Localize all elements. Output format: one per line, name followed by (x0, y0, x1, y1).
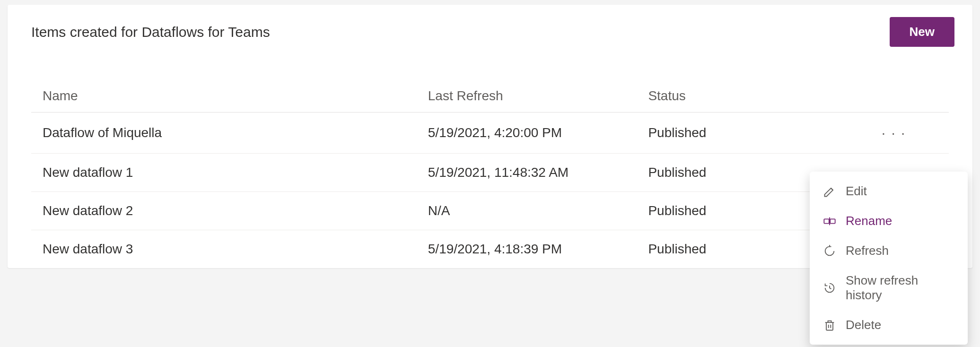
menu-item-history[interactable]: Show refresh history (810, 266, 968, 310)
cell-name: New dataflow 1 (31, 154, 417, 192)
menu-item-label: Rename (846, 214, 892, 228)
menu-item-rename[interactable]: Rename (810, 206, 968, 236)
trash-icon (823, 319, 836, 332)
cell-status: Published (637, 230, 839, 269)
menu-item-label: Refresh (846, 243, 889, 258)
card-header: Items created for Dataflows for Teams Ne… (8, 5, 972, 47)
cell-name: New dataflow 2 (31, 192, 417, 230)
cell-refresh: 5/19/2021, 4:18:39 PM (417, 230, 637, 269)
refresh-icon (823, 244, 836, 258)
col-header-status[interactable]: Status (637, 80, 839, 113)
col-header-refresh[interactable]: Last Refresh (417, 80, 637, 113)
history-icon (823, 281, 836, 295)
cell-refresh: 5/19/2021, 11:48:32 AM (417, 154, 637, 192)
context-menu: Edit Rename Refresh Show refresh history (810, 172, 968, 345)
rename-icon (823, 215, 836, 228)
cell-name: Dataflow of Miquella (31, 113, 417, 154)
cell-status: Published (637, 113, 839, 154)
menu-item-label: Delete (846, 318, 881, 332)
table-header-row: Name Last Refresh Status (31, 80, 949, 113)
menu-item-edit[interactable]: Edit (810, 176, 968, 206)
menu-item-label: Edit (846, 184, 867, 199)
menu-item-label: Show refresh history (846, 273, 954, 303)
cell-refresh: N/A (417, 192, 637, 230)
col-header-actions (839, 80, 949, 113)
cell-status: Published (637, 192, 839, 230)
table-row[interactable]: Dataflow of Miquella 5/19/2021, 4:20:00 … (31, 113, 949, 154)
pencil-icon (823, 185, 836, 198)
cell-name: New dataflow 3 (31, 230, 417, 269)
svg-rect-1 (830, 219, 835, 223)
col-header-name[interactable]: Name (31, 80, 417, 113)
cell-status: Published (637, 154, 839, 192)
cell-refresh: 5/19/2021, 4:20:00 PM (417, 113, 637, 154)
new-button[interactable]: New (890, 17, 954, 47)
svg-rect-0 (824, 219, 829, 223)
menu-item-refresh[interactable]: Refresh (810, 236, 968, 266)
more-actions-button[interactable]: · · · (876, 124, 912, 142)
menu-item-delete[interactable]: Delete (810, 310, 968, 340)
page-title: Items created for Dataflows for Teams (31, 24, 270, 40)
